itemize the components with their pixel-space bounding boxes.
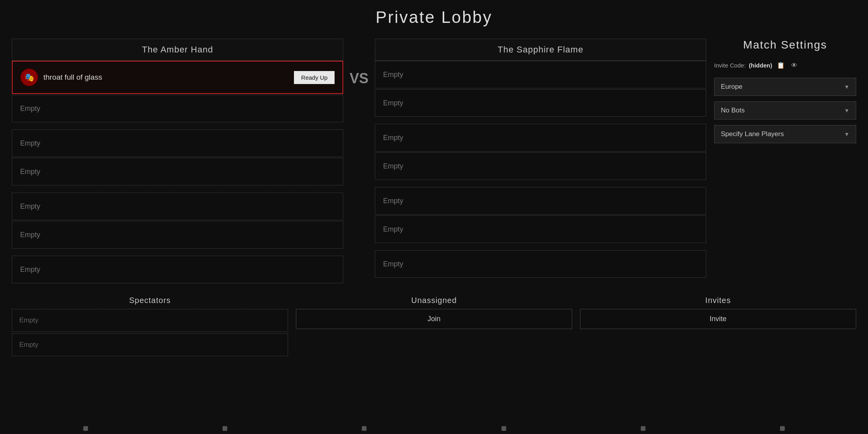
team-amber: The Amber Hand 🎭 throat full of glass Re… xyxy=(12,39,343,284)
eye-icon-button[interactable]: 👁 xyxy=(789,61,799,70)
copy-icon-button[interactable]: 📋 xyxy=(775,61,786,70)
player-slot-amber-5[interactable]: Empty xyxy=(12,193,343,220)
main-layout: The Amber Hand 🎭 throat full of glass Re… xyxy=(12,39,856,284)
lane-players-value: Specify Lane Players xyxy=(721,130,784,138)
vs-divider: VS xyxy=(343,39,375,87)
spectator-slot-1-label: Empty xyxy=(19,316,38,324)
player-slot-sapphire-3-label: Empty xyxy=(383,134,403,142)
ready-up-button[interactable]: Ready Up xyxy=(294,71,335,84)
player-slot-amber-6[interactable]: Empty xyxy=(12,221,343,249)
player-name-1: throat full of glass xyxy=(43,73,294,82)
lane-players-select[interactable]: Specify Lane Players ▼ xyxy=(714,125,856,143)
invite-button[interactable]: Invite xyxy=(580,309,856,329)
teams-wrapper: The Amber Hand 🎭 throat full of glass Re… xyxy=(12,39,706,284)
player-avatar-1: 🎭 xyxy=(21,69,38,86)
lane-players-chevron-icon: ▼ xyxy=(844,131,849,137)
player-slot-amber-2[interactable]: Empty xyxy=(12,95,343,122)
bots-chevron-icon: ▼ xyxy=(844,107,849,114)
invites-title: Invites xyxy=(580,296,856,305)
spectators-title: Spectators xyxy=(12,296,288,305)
player-slot-sapphire-7-label: Empty xyxy=(383,260,403,268)
player-slot-sapphire-1[interactable]: Empty xyxy=(375,61,706,88)
invite-code-value: (hidden) xyxy=(749,62,772,69)
player-slot-amber-4[interactable]: Empty xyxy=(12,158,343,185)
team-sapphire-header: The Sapphire Flame xyxy=(375,39,706,61)
spectator-slot-2-label: Empty xyxy=(19,341,38,349)
spectator-slot-1[interactable]: Empty xyxy=(12,309,288,332)
invites-panel: Invites Invite xyxy=(580,296,856,358)
player-slot-amber-7-label: Empty xyxy=(20,266,40,274)
vs-label: VS xyxy=(350,70,369,87)
player-slot-amber-6-label: Empty xyxy=(20,231,40,239)
settings-panel: Match Settings Invite Code: (hidden) 📋 👁… xyxy=(714,39,856,149)
invite-code-label: Invite Code: xyxy=(714,62,746,69)
player-slot-amber-3[interactable]: Empty xyxy=(12,129,343,157)
bots-value: No Bots xyxy=(721,107,745,114)
player-slot-sapphire-3[interactable]: Empty xyxy=(375,124,706,152)
player-slot-amber-5-label: Empty xyxy=(20,202,40,211)
team-sapphire: The Sapphire Flame Empty Empty Empty Emp… xyxy=(375,39,706,279)
unassigned-panel: Unassigned Join xyxy=(296,296,572,358)
team-amber-header: The Amber Hand xyxy=(12,39,343,61)
settings-title: Match Settings xyxy=(714,39,856,51)
player-slot-amber-4-label: Empty xyxy=(20,168,40,176)
player-slot-sapphire-7[interactable]: Empty xyxy=(375,250,706,278)
player-slot-amber-3-label: Empty xyxy=(20,139,40,148)
player-slot-sapphire-4-label: Empty xyxy=(383,162,403,170)
join-button[interactable]: Join xyxy=(296,309,572,329)
invite-code-row: Invite Code: (hidden) 📋 👁 xyxy=(714,61,856,70)
region-select[interactable]: Europe ▼ xyxy=(714,78,856,96)
player-slot-amber-7[interactable]: Empty xyxy=(12,256,343,283)
bottom-section: Spectators Empty Empty Unassigned Join I… xyxy=(12,296,856,358)
player-slot-sapphire-6[interactable]: Empty xyxy=(375,215,706,243)
player-slot-amber-2-label: Empty xyxy=(20,105,40,113)
player-slot-sapphire-6-label: Empty xyxy=(383,225,403,234)
player-slot-amber-1[interactable]: 🎭 throat full of glass Ready Up xyxy=(12,61,343,94)
player-slot-sapphire-4[interactable]: Empty xyxy=(375,152,706,180)
player-slot-sapphire-1-label: Empty xyxy=(383,71,403,79)
bots-select[interactable]: No Bots ▼ xyxy=(714,101,856,120)
region-chevron-icon: ▼ xyxy=(844,84,849,90)
spectators-panel: Spectators Empty Empty xyxy=(12,296,288,358)
player-slot-sapphire-2[interactable]: Empty xyxy=(375,89,706,117)
player-slot-sapphire-2-label: Empty xyxy=(383,99,403,107)
page-title: Private Lobby xyxy=(12,8,856,27)
unassigned-title: Unassigned xyxy=(296,296,572,305)
spectator-slot-2[interactable]: Empty xyxy=(12,333,288,356)
region-value: Europe xyxy=(721,83,743,91)
player-slot-sapphire-5[interactable]: Empty xyxy=(375,187,706,215)
player-slot-sapphire-5-label: Empty xyxy=(383,197,403,205)
